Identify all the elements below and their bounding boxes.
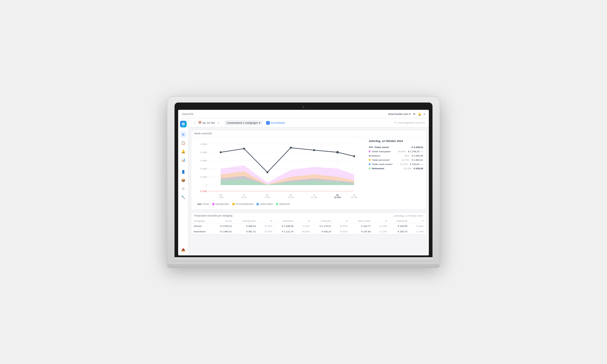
col-bruto: Brutowinst [275,219,296,224]
legend-personeelskosten: Personeelskosten [232,203,254,205]
svg-text:10 Oct: 10 Oct [288,196,294,198]
svg-text:€ 4000: € 4000 [201,151,207,153]
col-netto-pct: % [410,219,426,224]
svg-text:12 Oct: 12 Oct [334,196,341,198]
row-amersfoort-personeel: € 630,14 [312,229,334,234]
table-row: Amersfoort € 1.683,41 € 561,71 33,37% € … [191,229,426,234]
content-panels: Week overzicht [188,127,429,237]
mail-icon[interactable]: ✉ [413,113,415,116]
row-amersfoort-inkoop-pct: 33,37% [258,229,275,234]
legend-nettowinst: Nettowinst [276,203,290,205]
svg-text:€ 2000: € 2000 [201,168,207,170]
sidebar-item-settings[interactable]: ⚙ [180,185,187,192]
prev-date-button[interactable]: ‹ [192,120,197,125]
svg-text:za: za [336,194,339,196]
row-utrecht-netto-pct: 13,68% [410,224,426,229]
row-amersfoort-omzet: € 1.683,41 [213,229,234,234]
laptop-foot [167,265,440,268]
metric-inkoop-dash: — [421,150,423,153]
row-utrecht-bruto-pct: 72,81% [296,224,312,229]
sidebar-divider [180,166,186,166]
col-vaste: Vaste kosten [350,219,373,224]
metric-inkoop-pct: 29,66% [398,150,405,153]
svg-text:vr: vr [313,194,315,196]
sidebar-item-notifications[interactable]: 🔔 [180,148,187,155]
row-utrecht-netto: € 345,55 [390,224,410,229]
screen: Overzicht anna-horeko.com ▾ ✉ 🔔 ⎋ [178,110,429,255]
sidebar-item-reports[interactable]: 📋 [180,140,187,146]
personeel-dot [369,159,371,161]
metric-vaste-dash: — [421,163,423,166]
row-amersfoort-vaste: € 197,83 [350,229,373,234]
metric-omzet: Totale omzet € 4.208,53 [369,145,423,149]
svg-text:0: 0 [206,184,207,186]
sidebar-item-users[interactable]: 👤 [180,168,187,175]
question-icon: ? [266,121,270,125]
legend-omzet: Omzet [197,203,209,205]
row-utrecht-bruto: € 1.838,58 [275,224,296,229]
chart-panel-inner: € 5000 € 4000 € 3000 € 2000 € 1000 0 -€ … [191,137,426,210]
metric-bruto-pct: 80% [405,154,409,157]
row-amersfoort-name: Amersfoort [191,229,213,234]
account-name[interactable]: anna-horeko.com ▾ [388,113,411,116]
financial-table: Vestigingen Omzet Inkoopkosten % Brutowi… [191,219,426,234]
legend-inkoopkosten: Inkoopkosten [212,203,229,205]
metric-inkoop: Totale Inkoopsten 29,66% € 1.248,25 — [369,149,423,153]
metric-personeel-value: € 1.800,41 [412,159,423,161]
metric-netto-pct: 15,19% [403,167,411,170]
sidebar-item-download[interactable]: 📥 [180,246,187,253]
metric-vaste-label: Totale vaste kosten [369,163,392,166]
table-panel-date: Zaterdag, 12 Oktober 2024 [394,214,423,217]
row-utrecht-vaste-pct: 12,78% [373,224,390,229]
svg-text:zo: zo [353,194,355,196]
logout-icon[interactable]: ⎋ [424,113,425,116]
week-chart-title: Week overzicht [191,130,426,137]
col-inkoop: Inkoopkosten [234,219,258,224]
col-netto: Nettowinst [390,219,410,224]
vaste-dot [369,163,371,165]
table-row: Utrecht € 2.525,12 € 686,54 27,19% € 1.8… [191,224,426,229]
metric-bruto-value: € 2.960,28 [412,154,423,157]
metric-omzet-value: € 4.208,53 [412,146,423,149]
current-date: 📅 za, 12 Oct [198,121,215,124]
kennisbank-button[interactable]: ? Kennisbank [266,121,285,125]
breadcrumb: Overzicht [182,113,193,116]
col-vaste-pct: % [373,219,390,224]
row-utrecht-personeel-pct: 46,35% [334,224,350,229]
svg-point-21 [266,171,268,173]
metric-netto-value: € 639,28 [414,167,423,170]
row-amersfoort-vaste-pct: 11,75% [373,229,390,234]
content-area: ‹ 📅 za, 12 Oct › Geselecteerd 2 vestigin… [188,118,429,255]
next-date-button[interactable]: › [216,120,221,125]
col-personeel-pct: % [334,219,350,224]
col-inkoop-pct: % [258,219,275,224]
date-navigation: ‹ 📅 za, 12 Oct › [192,120,221,125]
table-panel-title: Financieel overzicht per vestiging [194,214,232,217]
sidebar-item-inventory[interactable]: 📦 [180,177,187,184]
sidebar-item-analytics[interactable]: 📊 [180,157,187,163]
metric-netto-label: Nettowinst [369,167,384,170]
breadcrumb-area: Overzicht [182,113,193,116]
laptop-body: Overzicht anna-horeko.com ▾ ✉ 🔔 ⎋ [167,96,440,265]
col-vestigingen: Vestigingen [191,219,213,224]
chart-svg-container: € 5000 € 4000 € 3000 € 2000 € 1000 0 -€ … [194,140,362,201]
bell-icon[interactable]: 🔔 [418,113,421,116]
laptop-container: Overzicht anna-horeko.com ▾ ✉ 🔔 ⎋ [167,96,440,268]
row-utrecht-name: Utrecht [191,224,213,229]
location-filter-dropdown[interactable]: Geselecteerd 2 vestigingen ▾ [225,120,263,125]
svg-point-23 [313,149,315,151]
svg-text:€ 5000: € 5000 [201,143,207,145]
svg-point-20 [243,148,245,150]
sidebar-item-dashboard[interactable]: ⊞ [180,131,187,138]
metric-vaste-pct: 12,37% [400,163,407,166]
row-amersfoort-inkoop: € 561,71 [234,229,258,234]
sidebar-item-tools[interactable]: 🔧 [180,194,187,201]
netto-dot [369,167,371,169]
metric-bruto: Brutowinst 80% € 2.960,28 [369,153,423,158]
metric-bruto-label: Brutowinst [369,154,380,157]
row-utrecht-vaste: € 322,77 [350,224,373,229]
inkoop-dot [369,150,371,152]
sidebar: ⊞ 📋 🔔 📊 👤 📦 ⚙ 🔧 📥 [178,118,188,255]
metric-personeel: Totale personeel 42,78% € 1.800,41 [369,158,423,162]
metric-inkoop-label: Totale Inkoopsten [369,150,391,153]
